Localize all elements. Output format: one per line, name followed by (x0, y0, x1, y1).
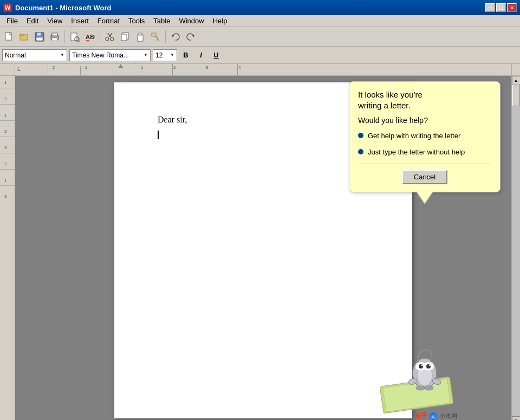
svg-rect-20 (139, 33, 142, 35)
toolbar-sep-3 (165, 30, 166, 43)
menu-bar: File Edit View Insert Format Tools Table… (0, 15, 520, 27)
svg-rect-19 (138, 35, 143, 41)
doc-scroll-area[interactable]: Dear sir, It looks like you're writing a… (15, 76, 511, 420)
app-icon: W (3, 3, 12, 12)
horizontal-ruler: L -2 -1 1 2 3 4 (15, 64, 511, 76)
clippy-bubble: It looks like you're writing a letter. W… (349, 81, 500, 192)
text-cursor (158, 131, 159, 139)
svg-rect-21 (152, 33, 156, 36)
option2-text: Just type the letter without help (368, 147, 465, 157)
print-button[interactable] (48, 30, 62, 44)
cancel-button[interactable]: Cancel (402, 170, 447, 184)
size-value: 12 (155, 51, 170, 59)
paste-button[interactable] (133, 30, 147, 44)
bold-button[interactable]: B (179, 49, 192, 61)
menu-file[interactable]: File (2, 16, 22, 26)
menu-edit[interactable]: Edit (22, 16, 43, 26)
svg-line-11 (79, 41, 80, 42)
new-doc-button[interactable] (2, 30, 16, 44)
cut-button[interactable] (103, 30, 117, 44)
svg-line-22 (156, 36, 159, 41)
svg-line-14 (109, 33, 112, 37)
svg-marker-23 (172, 35, 174, 37)
svg-rect-7 (52, 33, 57, 36)
window-controls: ─ □ ✕ (485, 3, 517, 12)
preview-button[interactable] (68, 30, 82, 44)
bullet-2 (358, 149, 363, 154)
scroll-corner (511, 64, 520, 76)
ruler-container: 1 2 1 2 3 2 1 3 (0, 64, 15, 420)
style-dropdown-arrow: ▼ (60, 53, 64, 57)
vertical-ruler: 1 2 1 2 3 2 1 3 (0, 76, 15, 420)
redo-button[interactable] (184, 30, 198, 44)
vertical-scrollbar[interactable]: ▲ ▼ (511, 76, 520, 420)
menu-tools[interactable]: Tools (124, 16, 149, 26)
copy-button[interactable] (118, 30, 132, 44)
content-row: Dear sir, It looks like you're writing a… (15, 76, 520, 420)
doc-line1: Dear sir, (158, 115, 187, 125)
svg-rect-5 (36, 37, 43, 41)
menu-view[interactable]: View (43, 16, 67, 26)
bullet-1 (358, 133, 363, 138)
menu-insert[interactable]: Insert (67, 16, 93, 26)
scroll-up-button[interactable]: ▲ (512, 76, 521, 85)
title-bar: W Document1 - Microsoft Word ─ □ ✕ (0, 0, 520, 15)
svg-point-33 (421, 365, 423, 366)
watermark-text: 小讯网 (439, 412, 457, 420)
toolbar-sep-2 (100, 30, 100, 43)
undo-button[interactable] (168, 30, 183, 44)
size-dropdown-arrow: ▼ (170, 53, 174, 57)
clippy-figure (370, 333, 468, 414)
option1-text: Get help with writing the letter (368, 131, 460, 141)
main-area: 1 2 1 2 3 2 1 3 L (0, 64, 520, 420)
scroll-down-button[interactable]: ▼ (512, 416, 521, 420)
italic-button[interactable]: I (194, 49, 207, 61)
bubble-option2[interactable]: Just type the letter without help (358, 147, 491, 157)
size-dropdown[interactable]: 12 ▼ (153, 49, 177, 61)
font-dropdown-arrow: ▼ (144, 53, 148, 57)
font-value: Times New Roma... (72, 51, 144, 59)
save-button[interactable] (32, 30, 47, 44)
scroll-thumb[interactable] (512, 85, 520, 106)
doc-cursor (158, 130, 159, 140)
svg-point-34 (429, 365, 431, 366)
watermark-zh: 知乎 (414, 411, 427, 420)
bubble-subheading: Would you like help? (358, 116, 491, 125)
bubble-option1[interactable]: Get help with writing the letter (358, 131, 491, 141)
watermark: 知乎 知 小讯网 (414, 411, 457, 420)
svg-point-16 (110, 37, 114, 41)
close-button[interactable]: ✕ (507, 3, 517, 12)
format-painter-button[interactable] (148, 30, 162, 44)
menu-table[interactable]: Table (149, 16, 174, 26)
svg-rect-4 (37, 33, 41, 36)
menu-format[interactable]: Format (93, 16, 124, 26)
svg-rect-8 (52, 38, 57, 41)
format-bar: Normal ▼ Times New Roma... ▼ 12 ▼ B I U (0, 47, 520, 64)
window-title: Document1 - Microsoft Word (15, 4, 482, 12)
underline-button[interactable]: U (210, 49, 223, 61)
watermark-icon: 知 (429, 412, 438, 421)
horizontal-ruler-row: L -2 -1 1 2 3 4 (15, 64, 520, 76)
svg-point-37 (416, 386, 425, 390)
menu-help[interactable]: Help (209, 16, 232, 26)
style-dropdown[interactable]: Normal ▼ (2, 49, 67, 61)
bubble-divider (358, 164, 491, 164)
toolbar: ABC (0, 27, 520, 47)
svg-marker-24 (192, 35, 194, 37)
scroll-track[interactable] (512, 85, 520, 416)
minimize-button[interactable]: ─ (485, 3, 495, 12)
svg-rect-2 (20, 34, 23, 36)
spellcheck-button[interactable]: ABC (83, 30, 97, 44)
menu-window[interactable]: Window (174, 16, 208, 26)
ruler-corner (0, 64, 15, 76)
svg-rect-18 (121, 34, 127, 41)
maximize-button[interactable]: □ (496, 3, 506, 12)
style-value: Normal (5, 51, 60, 59)
svg-point-15 (106, 37, 109, 41)
font-dropdown[interactable]: Times New Roma... ▼ (69, 49, 151, 61)
svg-point-38 (425, 386, 433, 390)
doc-wrapper: L -2 -1 1 2 3 4 (15, 64, 520, 420)
toolbar-sep-1 (64, 30, 65, 43)
open-button[interactable] (17, 30, 31, 44)
svg-text:知: 知 (431, 415, 435, 419)
